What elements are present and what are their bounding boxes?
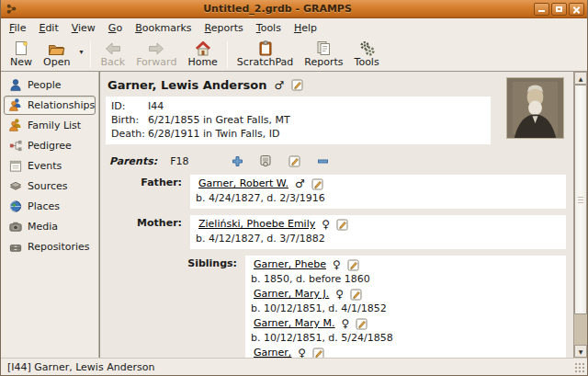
edit-mother-icon[interactable] — [336, 219, 348, 231]
events-calendar-icon — [8, 159, 23, 173]
father-label: Father: — [106, 175, 190, 209]
menubar: File Edit View Go Bookmarks Reports Tool… — [1, 18, 587, 38]
menu-reports[interactable]: Reports — [198, 19, 250, 37]
sidebar-item-sources[interactable]: Sources — [4, 177, 96, 196]
sibling-entry: Garner, Mary M. ♀ b. 10/12/1851, d. 5/24… — [251, 316, 560, 346]
minus-icon — [317, 155, 329, 167]
father-name-link[interactable]: Garner, Robert W. — [198, 177, 288, 191]
female-symbol: ♀ — [298, 346, 306, 358]
reports-button[interactable]: Reports — [299, 39, 348, 69]
resize-grip[interactable] — [574, 362, 585, 373]
menu-bookmarks[interactable]: Bookmarks — [129, 19, 198, 37]
sidebar-item-pedigree[interactable]: Pedigree — [4, 136, 96, 155]
sibling-name-link[interactable]: Garner, Phebe — [254, 257, 326, 272]
menu-file[interactable]: File — [3, 19, 32, 37]
father-row: Father: Garner, Robert W. ♂ b. 4/24/1827… — [106, 175, 568, 209]
sibling-name-link[interactable]: Garner, Mary M. — [254, 316, 335, 331]
open-button-label: Open — [43, 57, 70, 68]
edit-icon — [288, 155, 300, 167]
father-dates: b. 4/24/1827, d. 2/3/1916 — [196, 191, 560, 206]
sidebar-item-repositories[interactable]: Repositories — [4, 237, 96, 256]
select-existing-parents-button[interactable] — [259, 154, 272, 167]
mother-name-link[interactable]: Zieliński, Phoebe Emily — [198, 217, 315, 232]
reports-button-label: Reports — [304, 57, 343, 68]
sidebar-label: Places — [28, 200, 60, 212]
close-button[interactable] — [569, 3, 584, 16]
sidebar-item-events[interactable]: Events — [4, 156, 96, 176]
menu-tools[interactable]: Tools — [250, 19, 288, 37]
new-button[interactable]: New — [5, 39, 38, 69]
scroll-down-button[interactable]: ▼ — [574, 345, 587, 358]
sidebar-label: People — [28, 79, 62, 91]
family-list-icon — [8, 119, 23, 132]
home-button[interactable]: Home — [182, 39, 222, 69]
siblings-box: Garner, Phebe ♀ b. 1850, d. before 1860 … — [245, 256, 566, 358]
reports-document-icon — [314, 40, 333, 56]
back-button-label: Back — [100, 57, 125, 68]
edit-family-button[interactable] — [288, 154, 300, 167]
menu-view[interactable]: View — [65, 19, 102, 37]
scratchpad-button[interactable]: ScratchPad — [232, 39, 300, 69]
active-person-header: Garner, Lewis Anderson ♂ — [107, 78, 568, 92]
edit-sibling-icon[interactable] — [312, 348, 324, 359]
remove-parents-button[interactable] — [316, 154, 329, 167]
sidebar-item-family-list[interactable]: Family List — [4, 116, 96, 135]
titlebar[interactable]: Untitled_2.grdb - GRAMPS — [1, 0, 587, 18]
sidebar-item-media[interactable]: Media — [4, 217, 96, 236]
menu-edit[interactable]: Edit — [32, 19, 64, 37]
female-symbol: ♀ — [342, 316, 350, 331]
edit-sibling-icon[interactable] — [347, 259, 359, 271]
tools-gears-icon — [357, 40, 376, 56]
family-id: F18 — [170, 155, 188, 167]
person-portrait-photo — [506, 77, 564, 139]
repositories-cabinet-icon — [8, 240, 23, 254]
birth-label: Birth: — [111, 113, 148, 127]
back-button[interactable]: Back — [95, 39, 130, 69]
siblings-row: Siblings: Garner, Phebe ♀ b. 1850, d. be… — [106, 256, 568, 358]
parents-row: Parents: F18 — [109, 154, 568, 167]
scrollbar-track[interactable] — [574, 314, 587, 345]
forward-button-label: Forward — [136, 57, 176, 68]
tools-button-label: Tools — [355, 57, 379, 68]
death-row: Death: 6/28/1911 in Twin Falls, ID — [111, 127, 485, 141]
menu-help[interactable]: Help — [288, 19, 323, 37]
add-parents-button[interactable] — [231, 154, 243, 167]
death-value: 6/28/1911 in Twin Falls, ID — [148, 127, 279, 141]
edit-sibling-icon[interactable] — [350, 289, 362, 301]
minimize-button[interactable] — [534, 3, 549, 16]
sibling-name-link[interactable]: Garner, — [254, 346, 291, 358]
plus-icon — [232, 155, 243, 167]
tools-button[interactable]: Tools — [349, 39, 385, 69]
statusbar: [I44] Garner, Lewis Anderson — [1, 358, 587, 375]
male-symbol: ♂ — [295, 177, 305, 191]
scrollbar-thumb[interactable] — [574, 85, 587, 314]
sidebar-item-people[interactable]: People — [4, 75, 96, 95]
sidebar-label: Family List — [28, 120, 81, 131]
open-button[interactable]: Open — [38, 39, 75, 69]
birth-row: Birth: 6/21/1855 in Great Falls, MT — [111, 113, 485, 127]
active-person-name: Garner, Lewis Anderson — [107, 78, 267, 92]
toolbar: New Open ▾ Back Forward Home — [1, 38, 587, 71]
sidebar-label: Pedigree — [28, 140, 72, 152]
sidebar-item-places[interactable]: Places — [4, 197, 96, 216]
sibling-entry: Garner, ♀ — [251, 346, 560, 358]
mother-row: Mother: Zieliński, Phoebe Emily ♀ b. 4/1… — [106, 215, 568, 249]
edit-father-icon[interactable] — [311, 178, 323, 190]
toolbar-separator — [227, 41, 228, 68]
id-row: ID: I44 — [111, 99, 485, 113]
pedigree-icon — [8, 139, 23, 153]
forward-button[interactable]: Forward — [130, 39, 182, 69]
death-label: Death: — [111, 127, 148, 141]
edit-sibling-icon[interactable] — [356, 318, 368, 330]
open-dropdown-button[interactable]: ▾ — [75, 39, 86, 65]
vertical-scrollbar[interactable]: ▲ ▼ — [573, 72, 587, 358]
sibling-name-link[interactable]: Garner, Mary J. — [254, 287, 329, 302]
maximize-button[interactable] — [551, 3, 567, 16]
scratchpad-button-label: ScratchPad — [237, 57, 294, 68]
scroll-up-button[interactable]: ▲ — [574, 72, 587, 85]
id-value: I44 — [148, 99, 164, 113]
edit-person-icon[interactable] — [291, 79, 303, 91]
forward-arrow-icon — [147, 40, 165, 56]
sidebar-item-relationships[interactable]: Relationships — [4, 96, 96, 115]
menu-go[interactable]: Go — [102, 19, 129, 37]
